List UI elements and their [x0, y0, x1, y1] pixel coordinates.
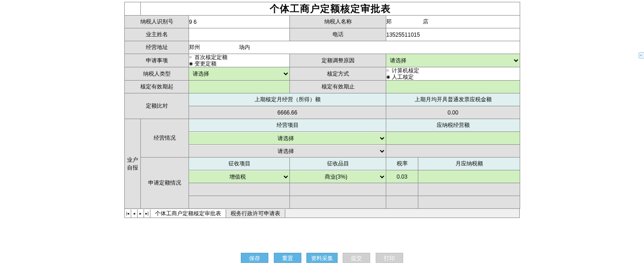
logo-placeholder [125, 2, 141, 16]
header-prev-avg-invoice: 上期月均开具普通发票应税金额 [386, 93, 520, 106]
header-tax-rate: 税率 [386, 158, 418, 170]
header-monthly-tax: 月应纳税额 [418, 158, 520, 170]
value-owner-name [189, 28, 290, 41]
input-monthly-tax1[interactable] [418, 170, 520, 183]
tab-approval-form[interactable]: 个体工商户定额核定审批表 [150, 209, 226, 218]
reset-button[interactable]: 重置 [274, 253, 301, 263]
page-title: 个体工商户定额核定审批表 [141, 2, 520, 16]
select-taxpayer-type[interactable]: 请选择 [189, 68, 289, 80]
label-quota-compare: 定额比对 [125, 93, 189, 119]
nav-first-button[interactable]: |◂ [125, 209, 131, 218]
input-taxable-amount2[interactable] [386, 145, 520, 158]
label-taxpayer-name: 纳税人名称 [290, 16, 386, 28]
collect-button[interactable]: 资料采集 [306, 253, 338, 263]
empty-levy-item3 [290, 196, 386, 209]
header-taxable-amount: 应纳税经营额 [386, 119, 520, 132]
label-phone: 电话 [290, 28, 386, 41]
header-prev-verified: 上期核定月经营（所得）额 [189, 93, 386, 106]
select-cell-adjust-reason: 请选择 [386, 54, 520, 67]
label-address: 经营地址 [125, 41, 189, 54]
select-biz-project1[interactable]: 请选择 [189, 132, 386, 144]
value-taxpayer-name: 郑████████店 [386, 16, 520, 28]
side-collapse-tab[interactable]: ‹ [638, 52, 644, 59]
select-cell-levy-item: 商业(3%) [290, 170, 386, 183]
select-cell-levy-project: 增值税 [189, 170, 290, 183]
save-button[interactable]: 保存 [241, 253, 268, 263]
label-owner-name: 业主姓名 [125, 28, 189, 41]
value-taxpayer-id: 9 6 [189, 16, 290, 28]
input-valid-to[interactable] [386, 81, 520, 93]
radio-label-change-quota: 变更定额 [194, 60, 217, 67]
radio-apply-item[interactable]: ○首次核定定额 ◉变更定额 [189, 54, 290, 67]
nav-prev-button[interactable]: ◂ [131, 209, 138, 218]
select-adjust-reason[interactable]: 请选择 [386, 55, 520, 66]
taxpayer-name-suffix: 店 [423, 18, 428, 25]
empty-monthly-tax2 [418, 183, 520, 196]
radio-checked-icon[interactable]: ◉ [386, 75, 391, 79]
radio-checked-icon[interactable]: ◉ [189, 61, 194, 66]
select-cell-biz-project1: 请选择 [189, 132, 386, 145]
label-valid-from: 核定有效期起 [125, 81, 189, 93]
value-prev-avg-invoice: 0.00 [386, 106, 520, 119]
header-levy-item: 征收品目 [290, 158, 386, 170]
label-taxpayer-id: 纳税人识别号 [125, 16, 189, 28]
empty-levy-item2 [290, 183, 386, 196]
value-address: 郑州██████████场内 [189, 41, 520, 54]
label-apply-quota-status: 申请定额情况 [141, 158, 189, 209]
label-apply-item: 申请事项 [125, 54, 189, 67]
select-biz-project2[interactable]: 请选择 [189, 145, 386, 157]
header-biz-project: 经营项目 [189, 119, 386, 132]
label-verify-method: 核定方式 [290, 67, 386, 81]
empty-tax-rate2 [386, 183, 418, 196]
form-container: 个体工商户定额核定审批表 纳税人识别号 9 6 纳税人名称 郑████████店… [124, 2, 520, 218]
print-button: 打印 [376, 253, 403, 263]
empty-levy-project3 [189, 196, 290, 209]
value-tax-rate: 0.03 [386, 170, 418, 183]
radio-label-first-verify: 首次核定定额 [194, 54, 228, 60]
submit-button: 提交 [343, 253, 370, 263]
empty-monthly-tax3 [418, 196, 520, 209]
label-self-report: 业户自报 [125, 119, 141, 209]
value-prev-verified: 6666.66 [189, 106, 386, 119]
select-cell-biz-project2: 请选择 [189, 145, 386, 158]
radio-label-manual-verify: 人工核定 [392, 74, 414, 80]
button-bar: 保存 重置 资料采集 提交 打印 [0, 253, 644, 263]
approval-form-table: 个体工商户定额核定审批表 纳税人识别号 9 6 纳税人名称 郑████████店… [124, 2, 520, 209]
tab-permit-form[interactable]: 税务行政许可申请表 [226, 209, 285, 218]
radio-unchecked-icon[interactable]: ○ [189, 55, 194, 60]
radio-label-computer-verify: 计算机核定 [392, 67, 419, 74]
sheet-tabbar: |◂ ◂ ▸ ▸| 个体工商户定额核定审批表 税务行政许可申请表 [124, 209, 520, 218]
input-valid-from[interactable] [189, 81, 290, 93]
select-levy-item[interactable]: 商业(3%) [290, 171, 386, 183]
empty-tax-rate3 [386, 196, 418, 209]
select-cell-taxpayer-type: 请选择 [189, 67, 290, 81]
select-levy-project[interactable]: 增值税 [189, 171, 289, 183]
nav-next-button[interactable]: ▸ [138, 209, 144, 218]
taxpayer-name-prefix: 郑 [386, 18, 392, 25]
label-adjust-reason: 定额调整原因 [290, 54, 386, 67]
nav-last-button[interactable]: ▸| [144, 209, 150, 218]
header-levy-project: 征收项目 [189, 158, 290, 170]
label-taxpayer-type: 纳税人类型 [125, 67, 189, 81]
radio-unchecked-icon[interactable]: ○ [386, 68, 391, 73]
radio-verify-method[interactable]: ○计算机核定 ◉人工核定 [386, 67, 520, 81]
input-taxable-amount1[interactable] [386, 132, 520, 145]
value-phone: 13525511015 [386, 28, 520, 41]
empty-levy-project2 [189, 183, 290, 196]
address-prefix: 郑州 [189, 44, 200, 50]
address-suffix: 场内 [239, 44, 250, 50]
label-valid-to: 核定有效期止 [290, 81, 386, 93]
label-biz-status: 经营情况 [141, 119, 189, 158]
